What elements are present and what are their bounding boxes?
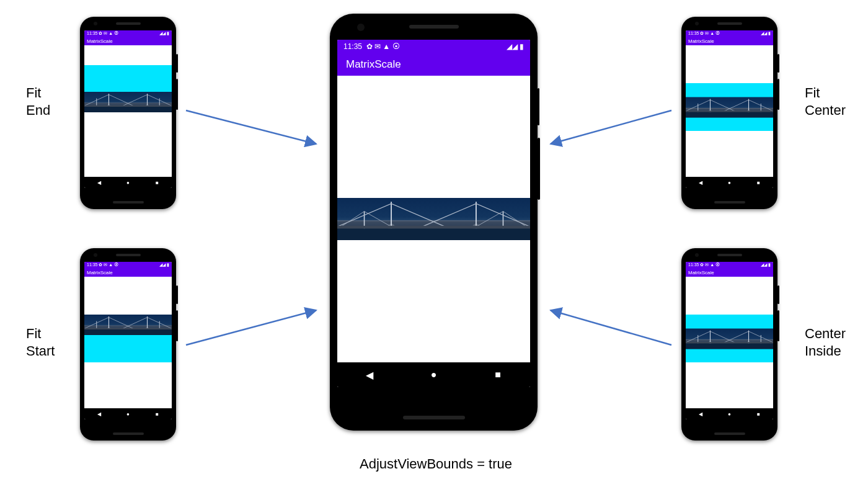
svg-rect-4 [337,226,530,229]
svg-rect-11 [84,107,172,112]
nav-recent-icon[interactable]: ■ [148,411,166,417]
nav-home-icon[interactable]: ● [720,180,738,186]
status-time: 11:35 [343,42,362,51]
nav-back-icon[interactable]: ◀ [90,411,107,417]
caption: AdjustViewBounds = true [360,455,512,473]
arrow-fit-center [551,110,671,144]
bridge-image [686,97,773,117]
label-fit-center: Fit Center [805,84,846,119]
nav-home-icon[interactable]: ● [119,180,136,186]
svg-rect-23 [686,112,773,117]
arrow-fit-start [186,310,316,345]
bridge-image [84,315,172,335]
arrow-center-inside [551,310,671,345]
phone-fit-end: 11:35 ✿ ✉ ▲ ⦿◢◢ ▮ MatrixScale ◀●■ [80,17,176,209]
nav-home-icon[interactable]: ● [119,411,136,417]
phone-main: 11:35 ✿ ✉ ▲ ⦿ ◢◢ ▮ MatrixScale [330,14,538,431]
label-fit-start: Fit Start [26,325,55,359]
status-icons-right: ◢◢ ▮ [507,42,524,51]
nav-home-icon[interactable]: ● [414,369,453,380]
content-center-inside [686,277,773,408]
content-fit-start [84,277,172,408]
label-center-inside: Center Inside [805,325,846,359]
svg-rect-17 [84,329,172,335]
phone-fit-center: 11:35 ✿ ✉ ▲ ⦿◢◢ ▮ MatrixScale ◀●■ [681,17,777,209]
nav-recent-icon[interactable]: ■ [750,180,767,186]
svg-rect-28 [686,342,773,343]
arrow-fit-end [186,110,316,144]
svg-rect-16 [84,328,172,329]
bridge-image [84,92,172,112]
svg-rect-22 [686,110,773,112]
svg-rect-10 [84,105,172,107]
nav-back-icon[interactable]: ◀ [90,180,107,186]
app-title: MatrixScale [346,58,401,71]
nav-home-icon[interactable]: ● [720,411,738,417]
phone-fit-start: 11:35 ✿ ✉ ▲ ⦿◢◢ ▮ MatrixScale ◀●■ [80,248,176,441]
app-bar: MatrixScale [337,53,530,76]
svg-rect-29 [686,343,773,349]
bridge-image [686,328,773,349]
svg-rect-5 [337,228,530,240]
nav-recent-icon[interactable]: ■ [750,411,767,417]
bridge-image [337,198,530,240]
nav-recent-icon[interactable]: ■ [148,180,166,186]
phone-center-inside: 11:35 ✿ ✉ ▲ ⦿◢◢ ▮ MatrixScale ◀●■ [681,248,777,441]
label-fit-end: Fit End [26,84,50,119]
content-fit-end [84,45,172,177]
nav-back-icon[interactable]: ◀ [691,411,709,417]
nav-recent-icon[interactable]: ■ [479,369,517,380]
android-nav-bar: ◀ ● ■ [337,362,530,387]
content-area-main [337,76,530,362]
content-fit-center [686,45,773,177]
phone-main-screen: 11:35 ✿ ✉ ▲ ⦿ ◢◢ ▮ MatrixScale [337,40,530,387]
nav-back-icon[interactable]: ◀ [691,180,709,186]
status-bar: 11:35 ✿ ✉ ▲ ⦿ ◢◢ ▮ [337,40,530,53]
nav-back-icon[interactable]: ◀ [350,369,389,381]
status-icons-left: ✿ ✉ ▲ ⦿ [366,42,400,51]
